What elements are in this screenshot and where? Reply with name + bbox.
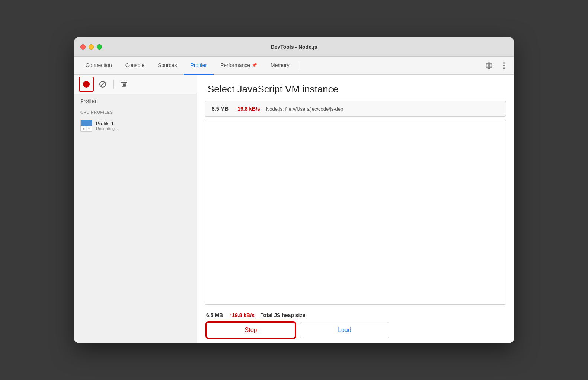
record-dot-icon <box>83 81 90 88</box>
bottom-speed: ↑ 19.8 kB/s <box>229 312 255 318</box>
instance-path: Node.js: file:///Users/jec/code/js-dep <box>266 106 343 112</box>
tab-sources[interactable]: Sources <box>151 57 183 75</box>
svg-point-1 <box>503 62 505 64</box>
bottom-arrow-up-icon: ↑ <box>229 313 231 318</box>
svg-point-0 <box>488 64 490 66</box>
more-options-button[interactable] <box>499 60 509 71</box>
record-button[interactable] <box>80 78 92 90</box>
bottom-label: Total JS heap size <box>261 312 305 318</box>
no-symbol-icon <box>99 81 106 88</box>
main-content: Profiles CPU PROFILES ▦ % Profile 1 Reco… <box>74 75 514 343</box>
tab-performance[interactable]: Performance 📌 <box>214 57 264 75</box>
tab-divider <box>298 61 298 70</box>
instance-row[interactable]: 6.5 MB ↑ 19.8 kB/s Node.js: file:///User… <box>205 101 506 117</box>
title-bar: DevTools - Node.js <box>74 37 514 57</box>
profile-name: Profile 1 <box>96 121 118 126</box>
settings-button[interactable] <box>484 60 494 71</box>
traffic-lights <box>80 44 102 50</box>
sidebar: Profiles CPU PROFILES ▦ % Profile 1 Reco… <box>74 75 197 343</box>
load-button[interactable]: Load <box>300 322 389 338</box>
bottom-bar: 6.5 MB ↑ 19.8 kB/s Total JS heap size St… <box>197 308 514 343</box>
arrow-up-icon: ↑ <box>234 106 237 111</box>
record-button-wrapper <box>79 77 94 92</box>
tab-connection[interactable]: Connection <box>79 57 119 75</box>
svg-point-3 <box>503 67 505 69</box>
profiles-header: Profiles <box>74 94 197 107</box>
minimize-button[interactable] <box>89 44 94 50</box>
right-panel: Select JavaScript VM instance 6.5 MB ↑ 1… <box>197 75 514 343</box>
clear-button[interactable] <box>118 78 130 90</box>
stop-button[interactable]: Stop <box>206 322 295 338</box>
instance-speed: ↑ 19.8 kB/s <box>234 106 260 112</box>
bottom-memory: 6.5 MB <box>206 312 223 318</box>
instance-memory: 6.5 MB <box>212 106 229 112</box>
profile-info: Profile 1 Recording... <box>96 121 118 131</box>
window-title: DevTools - Node.js <box>271 44 317 50</box>
tab-bar: Connection Console Sources Profiler Perf… <box>74 57 514 75</box>
bottom-buttons: Stop Load <box>206 322 505 338</box>
close-button[interactable] <box>80 44 86 50</box>
profile-icon: ▦ % <box>80 120 92 132</box>
cpu-profiles-label: CPU PROFILES <box>74 107 197 117</box>
pin-icon: 📌 <box>252 63 257 68</box>
bottom-stats: 6.5 MB ↑ 19.8 kB/s Total JS heap size <box>206 312 505 318</box>
profile-item[interactable]: ▦ % Profile 1 Recording... <box>74 117 197 134</box>
panel-title: Select JavaScript VM instance <box>197 75 514 101</box>
tab-actions <box>484 60 509 71</box>
maximize-button[interactable] <box>97 44 102 50</box>
instance-area <box>205 120 506 305</box>
sidebar-toolbar <box>74 75 197 94</box>
tab-console[interactable]: Console <box>119 57 151 75</box>
stop-recording-button[interactable] <box>97 78 109 90</box>
toolbar-divider <box>113 80 114 89</box>
tab-profiler[interactable]: Profiler <box>184 57 214 75</box>
devtools-window: DevTools - Node.js Connection Console So… <box>74 37 514 343</box>
tab-memory[interactable]: Memory <box>264 57 296 75</box>
svg-point-2 <box>503 65 505 66</box>
profile-status: Recording... <box>96 126 118 131</box>
